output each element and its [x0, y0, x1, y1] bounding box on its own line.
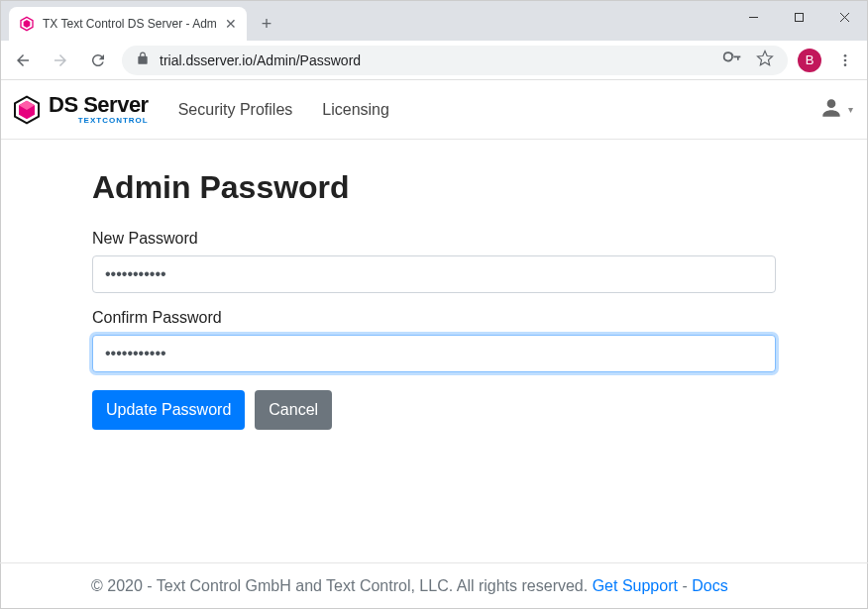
logo-text-main: DS Server	[49, 94, 149, 116]
new-password-group: New Password	[92, 230, 776, 293]
nav-licensing[interactable]: Licensing	[322, 101, 389, 119]
tab-close-icon[interactable]: ✕	[225, 16, 237, 32]
favicon-icon	[19, 16, 35, 32]
nav-links: Security Profiles Licensing	[178, 101, 389, 119]
window-controls	[730, 1, 867, 33]
new-tab-button[interactable]: +	[253, 10, 280, 38]
chevron-down-icon: ▾	[848, 104, 853, 115]
browser-toolbar: trial.dsserver.io/Admin/Password B	[1, 41, 867, 80]
logo-icon	[11, 94, 43, 126]
browser-tab-strip: TX Text Control DS Server - Adm ✕ +	[1, 1, 867, 41]
new-password-label: New Password	[92, 230, 776, 248]
confirm-password-label: Confirm Password	[92, 309, 776, 327]
address-bar[interactable]: trial.dsserver.io/Admin/Password	[122, 46, 788, 75]
footer-separator: -	[682, 577, 692, 594]
key-icon[interactable]	[722, 49, 742, 71]
new-password-input[interactable]	[92, 255, 776, 293]
menu-button[interactable]	[831, 52, 859, 68]
star-icon[interactable]	[756, 50, 774, 70]
nav-security-profiles[interactable]: Security Profiles	[178, 101, 293, 119]
close-window-button[interactable]	[821, 1, 867, 33]
browser-tab[interactable]: TX Text Control DS Server - Adm ✕	[9, 7, 247, 41]
svg-rect-3	[795, 13, 803, 21]
svg-point-6	[844, 54, 847, 57]
logo[interactable]: DS Server TEXTCONTROL	[11, 94, 149, 126]
cancel-button[interactable]: Cancel	[255, 390, 332, 430]
main-content: Admin Password New Password Confirm Pass…	[1, 140, 867, 430]
footer-docs-link[interactable]: Docs	[692, 577, 727, 594]
confirm-password-group: Confirm Password	[92, 309, 776, 372]
footer-support-link[interactable]: Get Support	[593, 577, 678, 594]
user-menu[interactable]: ▾	[818, 95, 853, 125]
page-title: Admin Password	[92, 169, 776, 206]
logo-text-sub: TEXTCONTROL	[49, 116, 149, 125]
svg-point-7	[844, 58, 847, 61]
reload-button[interactable]	[84, 47, 112, 74]
user-icon	[818, 95, 844, 125]
update-password-button[interactable]: Update Password	[92, 390, 245, 430]
back-button[interactable]	[9, 47, 37, 74]
profile-avatar[interactable]: B	[798, 49, 821, 72]
app-header: DS Server TEXTCONTROL Security Profiles …	[1, 80, 867, 140]
confirm-password-input[interactable]	[92, 335, 776, 372]
maximize-button[interactable]	[776, 1, 821, 33]
lock-icon	[136, 51, 150, 68]
button-row: Update Password Cancel	[92, 390, 776, 430]
minimize-button[interactable]	[730, 1, 776, 33]
forward-button[interactable]	[47, 47, 74, 74]
svg-point-8	[844, 63, 847, 66]
svg-marker-1	[24, 20, 31, 28]
footer-copyright: © 2020 - Text Control GmbH and Text Cont…	[91, 577, 593, 594]
tab-title: TX Text Control DS Server - Adm	[43, 17, 217, 31]
footer: © 2020 - Text Control GmbH and Text Cont…	[0, 562, 868, 595]
url-text: trial.dsserver.io/Admin/Password	[160, 52, 712, 68]
